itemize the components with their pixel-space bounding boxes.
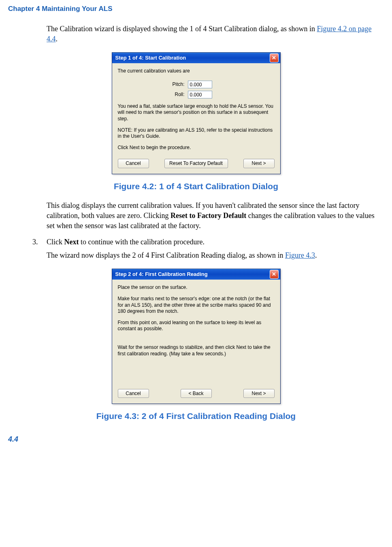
- button-row: Cancel Reset To Factory Default Next >: [118, 156, 275, 168]
- dialog-text: NOTE: If you are calibrating an ALS 150,…: [118, 127, 275, 140]
- step-3: 3. Click Next to continue with the calib…: [32, 237, 384, 247]
- text: .: [315, 251, 317, 259]
- dialog-text: The current calibration values are: [118, 68, 275, 75]
- pitch-input[interactable]: 0.000: [188, 81, 212, 88]
- dialog-titlebar: Step 2 of 4: First Calibration Reading ✕: [112, 269, 280, 280]
- roll-input[interactable]: 0.000: [188, 91, 212, 98]
- dialog-text: Place the sensor on the surface.: [118, 284, 275, 291]
- dialog-text: From this point on, avoid leaning on the…: [118, 320, 275, 332]
- figure-link-4-3[interactable]: Figure 4.3: [285, 251, 315, 259]
- step-number: 3.: [32, 237, 47, 247]
- dialog-text: You need a flat, stable surface large en…: [118, 103, 275, 122]
- dialog-body: Place the sensor on the surface. Make fo…: [112, 280, 280, 404]
- pitch-label: Pitch:: [118, 81, 188, 88]
- chapter-header: Chapter 4 Maintaining Your ALS: [8, 4, 384, 14]
- dialog-1-container: Step 1 of 4: Start Calibration ✕ The cur…: [8, 52, 384, 174]
- step-text: Click Next to continue with the calibrat…: [47, 237, 384, 247]
- text: The wizard now displays the 2 of 4 First…: [47, 251, 285, 259]
- paragraph: This dialog displays the current calibra…: [47, 201, 384, 231]
- first-calibration-reading-dialog: Step 2 of 4: First Calibration Reading ✕…: [112, 269, 281, 404]
- dialog-text: Click Next to begin the procedure.: [118, 145, 275, 151]
- text: The Calibration wizard is displayed show…: [47, 25, 317, 33]
- text: to continue with the calibration procedu…: [79, 238, 204, 246]
- cancel-button[interactable]: Cancel: [118, 159, 149, 168]
- page-number: 4.4: [8, 434, 384, 444]
- figure-caption-4-3: Figure 4.3: 2 of 4 First Calibration Rea…: [8, 410, 384, 422]
- figure-caption-4-2: Figure 4.2: 1 of 4 Start Calibration Dia…: [8, 180, 384, 192]
- dialog-2-container: Step 2 of 4: First Calibration Reading ✕…: [8, 269, 384, 404]
- close-icon[interactable]: ✕: [270, 53, 279, 62]
- bold-text: Reset to Factory Default: [170, 212, 246, 220]
- close-icon[interactable]: ✕: [270, 270, 279, 279]
- dialog-text: Wait for the sensor readings to stabiliz…: [118, 344, 275, 357]
- dialog-title: Step 2 of 4: First Calibration Reading: [115, 271, 208, 278]
- start-calibration-dialog: Step 1 of 4: Start Calibration ✕ The cur…: [112, 52, 281, 174]
- roll-row: Roll: 0.000: [118, 91, 275, 98]
- next-button[interactable]: Next >: [243, 389, 275, 398]
- dialog-title: Step 1 of 4: Start Calibration: [115, 54, 186, 62]
- bold-text: Next: [64, 238, 79, 246]
- text: Click: [47, 238, 64, 246]
- cancel-button[interactable]: Cancel: [118, 389, 149, 398]
- next-button[interactable]: Next >: [243, 159, 275, 168]
- dialog-text: Make four marks next to the sensor's edg…: [118, 296, 275, 315]
- dialog-body: The current calibration values are Pitch…: [112, 63, 280, 174]
- text: .: [56, 35, 58, 43]
- intro-paragraph: The Calibration wizard is displayed show…: [47, 24, 384, 44]
- button-row: Cancel < Back Next >: [118, 386, 275, 398]
- dialog-titlebar: Step 1 of 4: Start Calibration ✕: [112, 53, 280, 63]
- reset-factory-button[interactable]: Reset To Factory Default: [164, 159, 228, 168]
- paragraph: The wizard now displays the 2 of 4 First…: [47, 250, 384, 261]
- pitch-row: Pitch: 0.000: [118, 81, 275, 88]
- back-button[interactable]: < Back: [181, 389, 212, 398]
- roll-label: Roll:: [118, 91, 188, 98]
